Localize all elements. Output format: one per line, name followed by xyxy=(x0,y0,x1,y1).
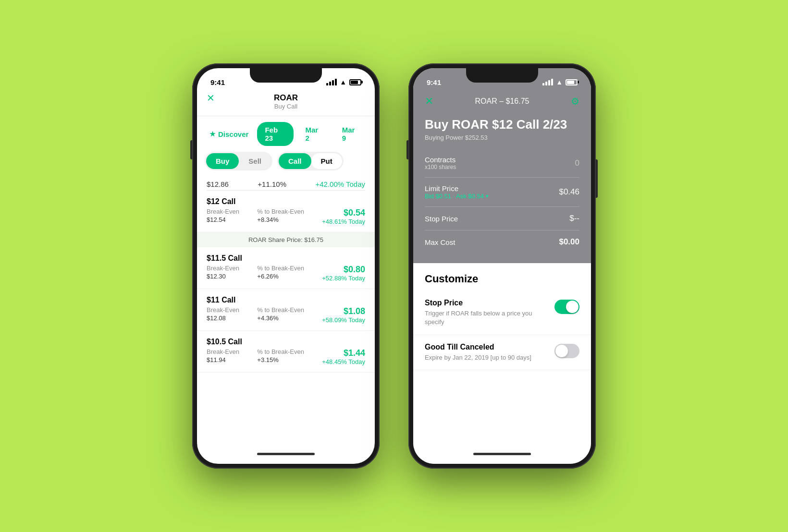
option-price-105call: $1.44 +48.45% Today xyxy=(322,348,365,365)
stop-price-customize-row: Stop Price Trigger if ROAR falls below a… xyxy=(413,291,591,335)
option-title-105call: $10.5 Call xyxy=(207,338,365,346)
home-indicator-left xyxy=(257,453,315,455)
stop-price-value[interactable]: $-- xyxy=(569,214,579,223)
discover-tab[interactable]: ★ Discover xyxy=(205,126,253,142)
contracts-value[interactable]: 0 xyxy=(575,158,579,168)
contracts-sublabel: x100 shares xyxy=(425,164,456,170)
close-button-right[interactable]: ✕ xyxy=(425,95,433,108)
subtitle-left: Buy Call xyxy=(274,103,297,110)
wifi-icon: ▲ xyxy=(340,78,346,86)
gray-section: 9:41 ▲ xyxy=(413,68,591,263)
contracts-field[interactable]: Contracts x100 shares 0 xyxy=(425,149,579,178)
status-icons-right: ▲ xyxy=(542,78,578,86)
tab-mar9[interactable]: Mar 9 xyxy=(334,122,367,146)
header-title-right: ROAR – $16.75 xyxy=(475,97,529,106)
option-meta-115call: Break-Even $12.30 xyxy=(207,265,239,280)
put-button[interactable]: Put xyxy=(311,153,342,169)
max-cost-label-group: Max Cost xyxy=(425,238,455,246)
call-put-toggle: Call Put xyxy=(277,152,344,170)
stop-price-customize-label-group: Stop Price Trigger if ROAR falls below a… xyxy=(425,299,540,326)
option-meta-12call: Break-Even $12.54 xyxy=(207,208,239,223)
option-price-11call: $1.08 +58.09% Today xyxy=(322,306,365,324)
stop-price-field[interactable]: Stop Price $-- xyxy=(425,207,579,230)
buying-power: Buying Power $252.53 xyxy=(413,134,591,149)
call-button[interactable]: Call xyxy=(279,153,311,169)
gtc-customize-row: Good Till Canceled Expire by Jan 22, 201… xyxy=(413,335,591,370)
contracts-label: Contracts xyxy=(425,156,456,164)
option-meta-11call: Break-Even $12.08 xyxy=(207,306,239,322)
max-cost-label: Max Cost xyxy=(425,238,455,246)
expiry-tabs: ★ Discover Feb 23 Mar 2 Mar 9 xyxy=(197,116,375,152)
contracts-label-group: Contracts x100 shares xyxy=(425,156,456,170)
buy-title: Buy ROAR $12 Call 2/23 xyxy=(413,111,591,134)
signal-icon xyxy=(326,79,337,85)
tab-mar2[interactable]: Mar 2 xyxy=(297,122,330,146)
ticker-left: ROAR xyxy=(274,93,298,103)
stop-price-customize-label: Stop Price xyxy=(425,299,540,307)
stop-price-label: Stop Price xyxy=(425,215,458,223)
option-pct-12call: % to Break-Even +8.34% xyxy=(257,208,304,223)
time-right: 9:41 xyxy=(427,78,441,86)
gtc-toggle[interactable] xyxy=(554,344,579,358)
share-price-banner: ROAR Share Price: $16.75 xyxy=(197,232,375,247)
chevron-down-icon: ▾ xyxy=(486,193,489,199)
limit-price-label: Limit Price xyxy=(425,184,489,193)
star-icon: ★ xyxy=(209,130,216,138)
customize-title: Customize xyxy=(413,263,591,291)
battery-icon xyxy=(349,79,361,85)
stock-price: $12.86 xyxy=(207,180,229,188)
customize-section: Customize Stop Price Trigger if ROAR fal… xyxy=(413,263,591,464)
tab-feb23[interactable]: Feb 23 xyxy=(257,122,294,146)
phone2-header: ✕ ROAR – $16.75 ⚙ xyxy=(413,89,591,111)
max-cost-value: $0.00 xyxy=(559,237,579,247)
limit-price-value[interactable]: $0.46 xyxy=(559,187,579,197)
phone1-screen: 9:41 ▲ ✕ ROAR Buy Call xyxy=(197,68,375,464)
battery-icon-right xyxy=(566,79,578,85)
option-row-11call[interactable]: $11 Call Break-Even $12.08 % to Break-Ev… xyxy=(197,289,375,331)
notch-left xyxy=(250,68,322,83)
price-pct: +11.10% xyxy=(258,180,286,188)
discover-label: Discover xyxy=(218,130,248,138)
buy-button[interactable]: Buy xyxy=(206,153,239,169)
phone2-content: 9:41 ▲ xyxy=(413,68,591,464)
phone2-screen: 9:41 ▲ xyxy=(413,68,591,464)
home-indicator-right xyxy=(473,453,531,455)
option-title-12call: $12 Call xyxy=(207,197,365,206)
option-pct-105call: % to Break-Even +3.15% xyxy=(257,348,304,363)
status-icons-left: ▲ xyxy=(326,78,361,86)
option-meta-105call: Break-Even $11.94 xyxy=(207,348,239,363)
option-title-115call: $11.5 Call xyxy=(207,254,365,263)
stop-price-label-group: Stop Price xyxy=(425,215,458,223)
option-row-115call[interactable]: $11.5 Call Break-Even $12.30 % to Break-… xyxy=(197,247,375,289)
gtc-label: Good Till Canceled xyxy=(425,343,531,351)
phone1-header: ✕ ROAR Buy Call xyxy=(197,89,375,116)
sell-button[interactable]: Sell xyxy=(239,153,271,169)
action-toggles: Buy Sell Call Put xyxy=(197,152,375,176)
option-row-105call[interactable]: $10.5 Call Break-Even $11.94 % to Break-… xyxy=(197,331,375,373)
notch-right xyxy=(466,68,538,83)
stop-price-customize-sub: Trigger if ROAR falls below a price you … xyxy=(425,309,540,326)
option-pct-11call: % to Break-Even +4.36% xyxy=(257,306,304,322)
limit-price-field[interactable]: Limit Price Bid $0.51 · Ask $0.54 ▾ $0.4… xyxy=(425,178,579,207)
buy-sell-toggle: Buy Sell xyxy=(205,152,272,170)
stop-price-toggle[interactable] xyxy=(554,300,579,314)
price-info-row: $12.86 +11.10% +42.00% Today xyxy=(197,176,375,190)
option-pct-115call: % to Break-Even +6.26% xyxy=(257,265,304,280)
price-today: +42.00% Today xyxy=(315,180,365,188)
order-fields: Contracts x100 shares 0 Limit Price Bid … xyxy=(413,149,591,254)
phone1-content: 9:41 ▲ ✕ ROAR Buy Call xyxy=(197,68,375,464)
max-cost-field: Max Cost $0.00 xyxy=(425,230,579,254)
phone-left: 9:41 ▲ ✕ ROAR Buy Call xyxy=(192,63,380,469)
option-row-12call[interactable]: $12 Call Break-Even $12.54 % to Break-Ev… xyxy=(197,191,375,232)
bid-ask-text: Bid $0.51 · Ask $0.54 xyxy=(425,193,484,200)
wifi-icon-right: ▲ xyxy=(556,78,563,86)
limit-price-label-group: Limit Price Bid $0.51 · Ask $0.54 ▾ xyxy=(425,184,489,200)
option-price-12call: $0.54 +48.61% Today xyxy=(322,208,365,225)
phone-right: 9:41 ▲ xyxy=(408,63,596,469)
option-price-115call: $0.80 +52.88% Today xyxy=(322,265,365,282)
time-left: 9:41 xyxy=(210,78,225,86)
gear-icon-right[interactable]: ⚙ xyxy=(571,96,579,107)
signal-icon-right xyxy=(542,79,553,85)
gtc-label-group: Good Till Canceled Expire by Jan 22, 201… xyxy=(425,343,531,362)
close-button-left[interactable]: ✕ xyxy=(207,92,215,104)
